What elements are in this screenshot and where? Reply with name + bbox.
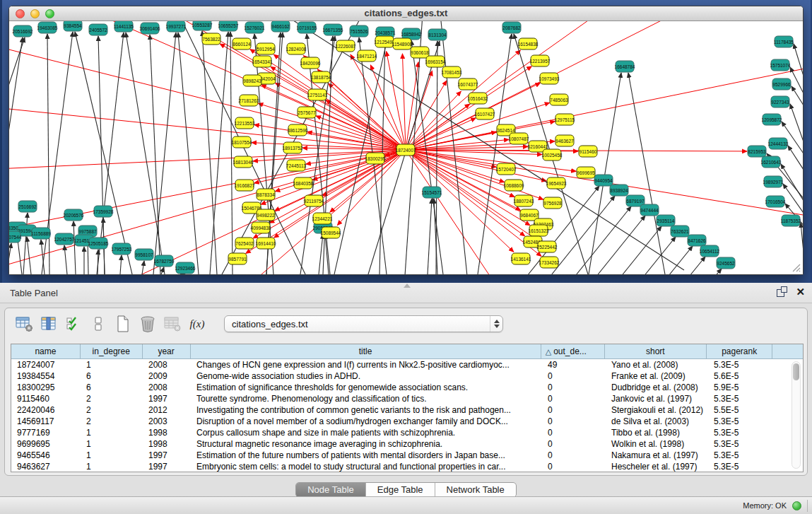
node-label: 16813046 xyxy=(233,160,254,165)
column-header-name[interactable]: name xyxy=(11,344,81,358)
black-citation-edge[interactable] xyxy=(178,33,199,274)
table-row[interactable]: 1830029562008Estimation of significance … xyxy=(11,382,803,393)
network-window[interactable]: citations_edges.txt 20516692194630859384… xyxy=(8,6,804,275)
tab-network-table[interactable]: Network Table xyxy=(435,483,516,497)
table-cell: 0 xyxy=(542,370,606,382)
tab-node-table[interactable]: Node Table xyxy=(296,483,366,497)
table-row[interactable]: 911546021997Tourette syndrome. Phenomeno… xyxy=(11,393,803,404)
black-citation-edge[interactable] xyxy=(64,245,67,274)
delete-column-icon[interactable] xyxy=(139,315,157,333)
red-citation-edge[interactable] xyxy=(406,21,702,150)
black-citation-edge[interactable] xyxy=(691,257,705,274)
black-citation-edge[interactable] xyxy=(783,184,803,215)
black-citation-edge[interactable] xyxy=(794,44,803,81)
table-cell: 1 xyxy=(81,427,143,438)
table-row[interactable]: 1938455462009Genome-wide association stu… xyxy=(11,370,803,382)
table-row[interactable]: 946554611997Estimation of the future num… xyxy=(11,450,803,461)
black-citation-edge[interactable] xyxy=(801,223,803,267)
table-body[interactable]: 1872400712008Changes of HCN gene express… xyxy=(11,359,803,472)
table-cell: 1998 xyxy=(143,427,191,438)
table-cell: 5.3E-5 xyxy=(708,461,774,472)
node-label: 18420096 xyxy=(300,61,321,66)
black-citation-edge[interactable] xyxy=(27,237,31,274)
black-citation-edge[interactable] xyxy=(623,226,661,274)
table-cell: 0 xyxy=(542,393,606,404)
column-header-title[interactable]: title xyxy=(191,344,541,358)
table-row[interactable]: 2242004622012Investigating the contribut… xyxy=(11,404,803,416)
table-scrollbar[interactable] xyxy=(792,361,801,469)
node-label: 16782759 xyxy=(154,259,175,264)
node-label: 18471214 xyxy=(357,54,377,59)
black-citation-edge[interactable] xyxy=(645,237,676,274)
table-cell: 0 xyxy=(542,438,606,450)
dropdown-stepper-icon xyxy=(490,316,502,332)
scrollbar-thumb[interactable] xyxy=(793,363,799,380)
black-citation-edge[interactable] xyxy=(790,67,803,96)
black-citation-edge[interactable] xyxy=(670,246,693,274)
red-citation-edge[interactable] xyxy=(250,49,406,150)
tab-edge-table[interactable]: Edge Table xyxy=(366,483,435,497)
table-cell: 9699695 xyxy=(11,438,81,450)
node-table[interactable]: namein_degreeyeartitle△out_de...shortpag… xyxy=(11,344,804,472)
node-label: 9463627 xyxy=(555,139,574,144)
black-citation-edge[interactable] xyxy=(120,255,122,274)
black-citation-edge[interactable] xyxy=(142,261,144,274)
black-citation-edge[interactable] xyxy=(9,243,11,274)
close-window-button[interactable] xyxy=(16,9,25,18)
black-citation-edge[interactable] xyxy=(436,41,437,274)
panel-split-icon[interactable] xyxy=(89,315,107,333)
panel-drag-handle[interactable] xyxy=(404,284,411,288)
table-settings-icon[interactable] xyxy=(15,315,33,333)
network-view[interactable]: 2051669219463085938455424055721144113530… xyxy=(9,21,803,274)
column-visibility-icon[interactable] xyxy=(40,315,58,333)
black-citation-edge[interactable] xyxy=(717,269,722,274)
function-builder-icon[interactable]: f(x) xyxy=(188,315,206,333)
citation-network-graph[interactable]: 2051669219463085938455424055721144113530… xyxy=(9,21,803,274)
red-citation-edge[interactable] xyxy=(406,64,803,150)
table-selector-dropdown[interactable]: citations_edges.txt xyxy=(224,315,503,332)
black-citation-edge[interactable] xyxy=(478,34,512,274)
desktop-background: citations_edges.txt 20516692194630859384… xyxy=(0,0,812,283)
window-titlebar[interactable]: citations_edges.txt xyxy=(9,6,803,21)
black-citation-edge[interactable] xyxy=(434,199,437,274)
resize-grip-icon[interactable] xyxy=(790,262,801,273)
table-row[interactable]: 1872400712008Changes of HCN gene express… xyxy=(11,359,803,370)
zoom-window-button[interactable] xyxy=(45,9,54,18)
new-column-icon[interactable] xyxy=(114,315,132,333)
float-panel-icon[interactable] xyxy=(777,286,787,297)
column-header-in_degree[interactable]: in_degree xyxy=(81,344,143,358)
table-row[interactable]: 969969511998Structural magnetic resonanc… xyxy=(11,438,803,450)
black-citation-edge[interactable] xyxy=(230,32,233,274)
black-citation-edge[interactable] xyxy=(161,267,164,274)
table-cell: 49 xyxy=(542,359,606,370)
column-header-year[interactable]: year xyxy=(143,344,191,358)
black-citation-edge[interactable] xyxy=(202,31,217,274)
black-citation-edge[interactable] xyxy=(598,216,645,274)
close-panel-icon[interactable]: ✕ xyxy=(796,286,805,297)
table-panel-header[interactable]: Table Panel ✕ xyxy=(0,283,812,303)
row-select-icon[interactable] xyxy=(64,315,83,333)
table-cell: Disruption of a novel member of a sodium… xyxy=(191,416,542,427)
black-citation-edge[interactable] xyxy=(98,250,98,274)
black-citation-edge[interactable] xyxy=(153,33,176,274)
black-citation-edge[interactable] xyxy=(428,199,432,274)
table-row[interactable]: 1456911722003Disruption of a novel membe… xyxy=(11,416,803,427)
table-cell: 2 xyxy=(81,404,143,416)
table-row[interactable]: 946362711997Embryonic stem cells: a mode… xyxy=(11,461,803,472)
black-citation-edge[interactable] xyxy=(577,206,631,274)
black-citation-edge[interactable] xyxy=(73,221,76,274)
table-header-row[interactable]: namein_degreeyeartitle△out_de...shortpag… xyxy=(11,344,803,359)
column-header-pagerank[interactable]: pagerank xyxy=(707,344,772,358)
black-citation-edge[interactable] xyxy=(790,104,803,146)
minimize-window-button[interactable] xyxy=(30,9,40,18)
red-citation-edge[interactable] xyxy=(406,118,476,150)
black-citation-edge[interactable] xyxy=(150,35,160,274)
black-citation-edge[interactable] xyxy=(319,234,323,274)
node-label: 10654112 xyxy=(700,249,720,254)
node-label: 17957253 xyxy=(112,247,132,252)
table-row[interactable]: 977716911998Corpus callosum shape and si… xyxy=(11,427,803,438)
node-label: 12226087 xyxy=(336,44,356,49)
column-header-out_de[interactable]: △out_de... xyxy=(541,344,605,358)
column-header-short[interactable]: short xyxy=(605,344,707,358)
node-label: 9384554 xyxy=(64,23,82,28)
